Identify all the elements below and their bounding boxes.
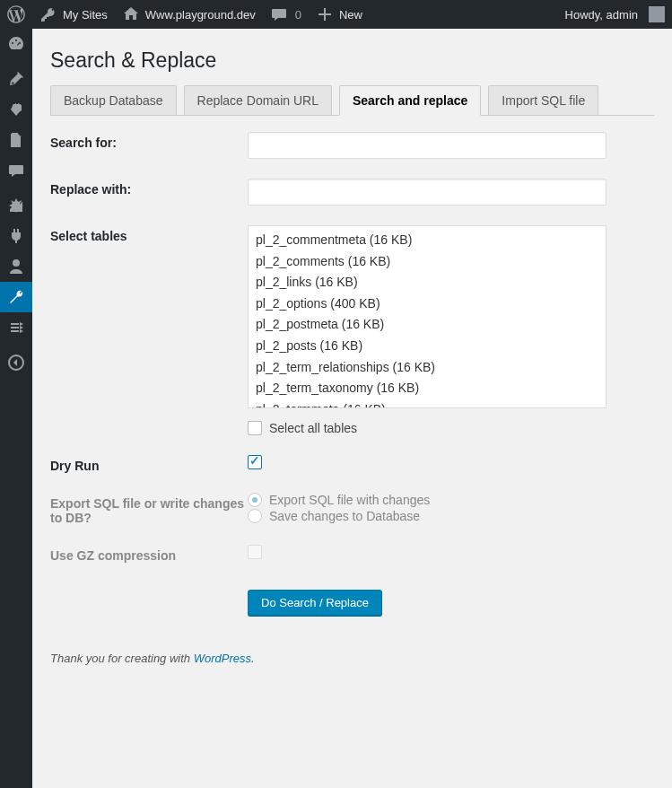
plus-icon [316,5,334,23]
tab-backup-database[interactable]: Backup Database [50,85,177,115]
gz-compression-checkbox[interactable] [248,545,262,559]
table-option[interactable]: pl_2_term_relationships (16 KB) [249,357,606,379]
content-area: Search & Replace Backup Database Replace… [32,29,672,788]
table-option[interactable]: pl_2_termmeta (16 KB) [249,399,606,408]
tab-import-sql-file[interactable]: Import SQL file [488,85,598,115]
howdy-text[interactable]: Howdy, admin [560,8,643,22]
menu-pages[interactable] [0,125,32,155]
gz-compression-label: Use GZ compression [50,545,248,563]
table-option[interactable]: pl_2_postmeta (16 KB) [249,314,606,336]
footer-credit: Thank you for creating with WordPress. [50,652,654,665]
menu-appearance[interactable] [0,190,32,221]
save-db-label: Save changes to Database [269,509,420,523]
site-name-link[interactable]: Www.playground.dev [115,0,263,29]
select-tables-label: Select tables [50,225,248,435]
table-option[interactable]: pl_2_comments (16 KB) [249,251,606,273]
export-sql-radio[interactable] [248,493,262,507]
menu-settings[interactable] [0,312,32,343]
home-icon [122,5,140,23]
comments-link[interactable]: 0 [263,0,309,29]
select-all-tables-checkbox[interactable] [248,421,262,435]
wp-logo[interactable] [0,0,32,29]
my-sites-text: My Sites [63,8,108,22]
new-content-link[interactable]: New [309,0,370,29]
tab-search-and-replace[interactable]: Search and replace [339,85,481,116]
submit-button[interactable]: Do Search / Replace [248,590,382,616]
menu-posts[interactable] [0,64,32,94]
table-option[interactable]: pl_2_commentmeta (16 KB) [249,230,606,251]
export-sql-label: Export SQL file with changes [269,493,430,507]
avatar[interactable] [649,6,665,22]
menu-media[interactable] [0,94,32,125]
tab-replace-domain-url[interactable]: Replace Domain URL [184,85,332,115]
my-sites-link[interactable]: My Sites [32,0,115,29]
table-option[interactable]: pl_2_term_taxonomy (16 KB) [249,378,606,399]
save-db-radio[interactable] [248,509,262,523]
select-all-tables-label: Select all tables [269,421,357,435]
dry-run-label: Dry Run [50,455,248,473]
new-content-text: New [339,8,362,22]
tabs: Backup Database Replace Domain URL Searc… [50,85,654,116]
comment-icon [270,5,288,23]
site-name-text: Www.playground.dev [145,8,256,22]
search-for-input[interactable] [248,132,607,159]
table-option[interactable]: pl_2_options (400 KB) [249,293,606,315]
menu-collapse[interactable] [0,347,32,378]
menu-plugins[interactable] [0,221,32,251]
menu-tools[interactable] [0,282,32,312]
page-title: Search & Replace [50,48,654,73]
admin-sidebar [0,29,32,788]
replace-with-label: Replace with: [50,179,248,206]
wordpress-icon [7,5,25,23]
replace-with-input[interactable] [248,179,607,206]
wordpress-link[interactable]: WordPress [194,652,251,665]
menu-users[interactable] [0,251,32,282]
search-for-label: Search for: [50,132,248,159]
table-option[interactable]: pl_2_links (16 KB) [249,272,606,293]
table-option[interactable]: pl_2_posts (16 KB) [249,336,606,357]
menu-dashboard[interactable] [0,29,32,59]
key-icon [39,5,57,23]
admin-bar: My Sites Www.playground.dev 0 New Howdy,… [0,0,672,29]
comment-count: 0 [295,8,301,22]
menu-comments[interactable] [0,155,32,186]
dry-run-checkbox[interactable] [248,455,262,469]
tables-select[interactable]: pl_2_commentmeta (16 KB)pl_2_comments (1… [248,225,607,408]
export-or-db-label: Export SQL file or write changes to DB? [50,493,248,525]
